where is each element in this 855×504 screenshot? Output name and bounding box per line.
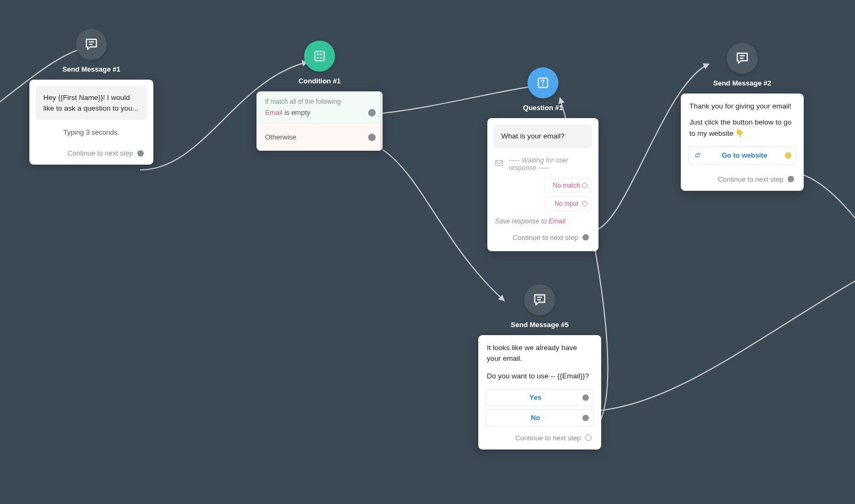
continue-step[interactable]: Continue to next step bbox=[29, 144, 153, 165]
chat-icon bbox=[76, 29, 107, 60]
otherwise-label: Otherwise bbox=[265, 133, 364, 141]
message-bubble: Hey {{First Name}}! I would like to ask … bbox=[36, 86, 147, 120]
node-question-1[interactable]: Question #1 What is your email? ----- Wa… bbox=[487, 67, 598, 251]
output-port[interactable] bbox=[788, 176, 794, 182]
node-card[interactable]: What is your email? ----- Waiting for us… bbox=[487, 118, 598, 251]
question-prompt: What is your email? bbox=[494, 125, 592, 148]
message-line-2: Do you want to use -- {{Email}}? bbox=[487, 371, 593, 382]
continue-step[interactable]: Continue to next step bbox=[487, 228, 598, 249]
continue-label: Continue to next step bbox=[512, 234, 578, 242]
node-send-message-2[interactable]: Send Message #2 Thank you for giving you… bbox=[681, 43, 804, 191]
node-send-message-1[interactable]: Send Message #1 Hey {{First Name}}! I wo… bbox=[29, 29, 153, 165]
message-line-1: It looks like we already have your email… bbox=[487, 343, 593, 365]
svg-rect-9 bbox=[495, 160, 502, 165]
condition-field: Email bbox=[265, 108, 283, 117]
yes-label: Yes bbox=[493, 393, 578, 401]
condition-else-branch[interactable]: Otherwise bbox=[256, 123, 383, 151]
waiting-text: ----- Waiting for user response ----- bbox=[509, 157, 591, 172]
no-label: No bbox=[493, 414, 578, 422]
no-match-pill[interactable]: No match bbox=[544, 178, 591, 193]
output-port[interactable] bbox=[585, 435, 592, 441]
save-response-row: Save response to Email bbox=[487, 211, 598, 228]
chat-icon bbox=[524, 284, 555, 315]
svg-rect-2 bbox=[315, 51, 324, 60]
node-condition-1[interactable]: Condition #1 If match all of the followi… bbox=[256, 41, 383, 151]
link-icon bbox=[694, 152, 704, 159]
chat-icon bbox=[727, 43, 758, 74]
node-card[interactable]: It looks like we already have your email… bbox=[478, 335, 601, 449]
yes-output-port[interactable] bbox=[582, 394, 589, 401]
no-input-port[interactable] bbox=[582, 201, 587, 206]
condition-icon bbox=[304, 41, 335, 72]
continue-step[interactable]: Continue to next step bbox=[478, 430, 601, 449]
output-port[interactable] bbox=[582, 234, 589, 241]
if-header: If match all of the following bbox=[265, 98, 364, 105]
svg-point-8 bbox=[542, 84, 543, 86]
condition-rule: Email is empty bbox=[265, 108, 364, 117]
no-output-port[interactable] bbox=[582, 415, 589, 421]
no-input-label: No input bbox=[551, 200, 582, 207]
option-no-button[interactable]: No bbox=[486, 409, 594, 427]
message-line-1: Thank you for giving your email! bbox=[689, 101, 795, 112]
continue-label: Continue to next step bbox=[718, 175, 783, 183]
option-yes-button[interactable]: Yes bbox=[486, 389, 594, 406]
button-output-port[interactable] bbox=[785, 152, 791, 159]
save-response-field: Email bbox=[549, 218, 565, 225]
continue-label: Continue to next step bbox=[515, 434, 581, 442]
no-match-label: No match bbox=[551, 182, 582, 189]
else-output-port[interactable] bbox=[368, 134, 376, 141]
node-title: Send Message #1 bbox=[29, 65, 153, 73]
continue-label: Continue to next step bbox=[67, 149, 133, 157]
if-output-port[interactable] bbox=[368, 109, 376, 117]
output-port[interactable] bbox=[137, 150, 144, 157]
node-title: Send Message #5 bbox=[478, 321, 601, 329]
waiting-row: ----- Waiting for user response ----- bbox=[487, 151, 598, 175]
node-title: Condition #1 bbox=[256, 77, 383, 85]
node-card[interactable]: If match all of the following Email is e… bbox=[256, 91, 383, 151]
mail-icon bbox=[495, 159, 503, 168]
go-to-website-button[interactable]: Go to website bbox=[688, 146, 796, 165]
no-match-port[interactable] bbox=[582, 183, 587, 188]
node-card[interactable]: Hey {{First Name}}! I would like to ask … bbox=[29, 80, 153, 165]
node-card[interactable]: Thank you for giving your email! Just cl… bbox=[681, 94, 804, 191]
question-icon bbox=[527, 67, 558, 98]
node-send-message-5[interactable]: Send Message #5 It looks like we already… bbox=[478, 284, 601, 449]
node-title: Send Message #2 bbox=[681, 79, 804, 87]
svg-point-3 bbox=[317, 53, 318, 55]
button-label: Go to website bbox=[708, 151, 781, 159]
continue-step[interactable]: Continue to next step bbox=[681, 170, 804, 191]
condition-if-branch[interactable]: If match all of the following Email is e… bbox=[256, 91, 383, 123]
svg-point-5 bbox=[321, 57, 322, 59]
no-input-pill[interactable]: No input bbox=[544, 196, 591, 211]
typing-indicator: Typing 3 seconds. bbox=[29, 126, 153, 144]
message-line-2: Just click the button below to go to my … bbox=[689, 117, 795, 139]
node-title: Question #1 bbox=[487, 104, 598, 112]
save-response-prefix: Save response to bbox=[495, 218, 547, 225]
